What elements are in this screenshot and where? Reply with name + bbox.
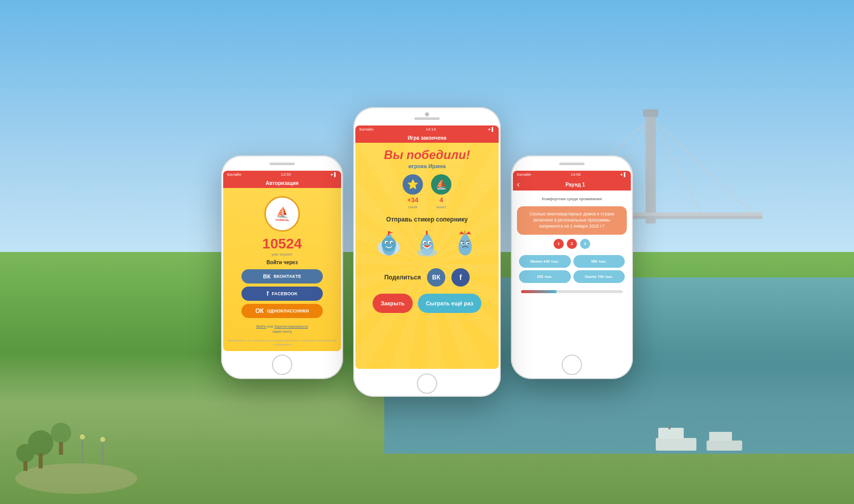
svg-point-26 [382, 237, 396, 251]
svg-point-42 [467, 243, 469, 244]
boat-icon: ⛵ [276, 206, 289, 218]
facebook-icon: f [266, 290, 268, 297]
carrier-right: Билайн [517, 172, 531, 177]
quiz-answers: Менее 440 тыс. 560 тыс. 393 тыс. Около 7… [517, 253, 627, 285]
svg-rect-46 [464, 231, 466, 235]
svg-point-41 [462, 243, 464, 244]
victory-player-text: игрока Ирина [408, 163, 446, 169]
points-label: очков [408, 205, 417, 209]
player-count: 10524 [262, 236, 302, 252]
vk-share-icon: ВК [432, 274, 440, 281]
legal-text: Авторизуясь, вы соглашаетесь с правилами… [227, 338, 337, 347]
sticker-angry[interactable] [449, 228, 482, 261]
ok-label: ОДНОКЛАССНИКИ [267, 308, 309, 313]
share-label: Поделиться [384, 274, 421, 281]
round-header: Раунд 1 [524, 182, 627, 187]
back-button[interactable]: ‹ [517, 180, 520, 189]
close-button[interactable]: Закрыть [373, 294, 413, 313]
register-link[interactable]: Зарегистрироваться [274, 325, 308, 328]
sticker-laugh[interactable] [411, 228, 444, 261]
phone-right-status-bar: Билайн 14:06 ● ▌ [513, 171, 631, 178]
phone-left-speaker [269, 163, 295, 165]
vk-label: ВКОНТАКТЕ [273, 274, 301, 279]
svg-marker-32 [389, 231, 393, 233]
or-text: или [267, 325, 273, 328]
phone-left: Билайн 13:55 ● ▌ Авторизация ⛵ ТЮМЕНЬ 10… [221, 155, 343, 379]
action-buttons: Закрыть Сыграть ещё раз [373, 294, 481, 313]
vk-icon: ВК [263, 273, 271, 279]
time-left: 13:55 [281, 172, 291, 177]
quiz-progress-fill [521, 290, 557, 293]
svg-point-35 [424, 242, 425, 244]
stickers-row [373, 228, 482, 261]
dot-2: 2 [567, 239, 577, 249]
quiz-category: Комфортная среда проживания [536, 195, 608, 203]
phones-container: Билайн 13:55 ● ▌ Авторизация ⛵ ТЮМЕНЬ 10… [0, 0, 854, 504]
auth-screen: ⛵ ТЮМЕНЬ 10524 уже играют Войти через ВК… [223, 188, 341, 351]
share-row: Поделиться ВК f [384, 268, 470, 287]
star-icon: ⭐ [403, 174, 423, 195]
phone-right: Билайн 14:06 ● ▌ ‹ Раунд 1 Комфортная ср… [511, 155, 633, 379]
phone-center: Билайн 14:14 ● ▌ Игра закончена Вы побед… [353, 107, 501, 397]
question-text: Сколько многоквартирных домов в стране в… [522, 211, 622, 230]
phone-center-header: Игра закончена [355, 133, 499, 143]
coins-stat: ⛵ 4 монет [431, 174, 451, 209]
phone-left-header: Авторизация [223, 178, 341, 188]
carrier-center: Билайн [359, 127, 374, 132]
phone-left-home-button[interactable] [272, 355, 292, 375]
svg-rect-38 [426, 231, 428, 235]
carrier-left: Билайн [227, 172, 241, 177]
ok-login-button[interactable]: ОК ОДНОКЛАССНИКИ [241, 304, 323, 318]
auth-logo: ⛵ ТЮМЕНЬ [264, 196, 300, 232]
phone-right-screen: Билайн 14:06 ● ▌ ‹ Раунд 1 Комфортная ср… [513, 171, 631, 351]
quiz-header: ‹ Раунд 1 [513, 178, 631, 191]
phone-center-status-bar: Билайн 14:14 ● ▌ [355, 125, 499, 133]
vk-login-button[interactable]: ВК ВКОНТАКТЕ [241, 269, 323, 284]
answer-2[interactable]: 560 тыс. [573, 255, 625, 268]
share-vk-button[interactable]: ВК [427, 268, 445, 287]
player-label: игрока [408, 163, 426, 169]
already-playing: уже играют [271, 252, 293, 257]
answer-1[interactable]: Менее 440 тыс. [519, 255, 571, 268]
quiz-dots: 1 2 3 [517, 238, 627, 250]
icons-right: ● ▌ [620, 172, 627, 177]
victory-content: Вы победили! игрока Ирина ⭐ +34 очков [359, 148, 495, 313]
phone-right-speaker [559, 163, 585, 165]
facebook-label: FACEBOOK [271, 291, 297, 296]
svg-point-37 [417, 248, 437, 257]
dot-1: 1 [554, 239, 564, 249]
svg-rect-31 [388, 231, 389, 235]
phone-center-speaker [414, 117, 440, 120]
sticker-happy[interactable] [373, 228, 406, 261]
auth-footer: Войти или Зарегистрироваться через почту [256, 324, 308, 334]
fb-share-icon: f [460, 273, 462, 281]
time-center: 14:14 [425, 127, 436, 132]
answer-4[interactable]: Около 740 тыс. [573, 270, 625, 283]
phone-center-screen: Билайн 14:14 ● ▌ Игра закончена Вы побед… [355, 125, 499, 369]
svg-point-36 [429, 242, 431, 244]
victory-screen: Вы победили! игрока Ирина ⭐ +34 очков [355, 143, 499, 369]
sticker-label: Отправь стикер сопернику [386, 216, 468, 223]
logo-text: ТЮМЕНЬ [275, 218, 289, 222]
coins-label: монет [436, 205, 446, 209]
points-stat: ⭐ +34 очков [403, 174, 423, 209]
player-name: Ирина [429, 163, 446, 169]
icons-left: ● ▌ [330, 172, 337, 177]
phone-left-status-bar: Билайн 13:55 ● ▌ [223, 171, 341, 178]
facebook-login-button[interactable]: f FACEBOOK [241, 287, 323, 301]
coins-value: 4 [439, 196, 443, 204]
victory-stats: ⭐ +34 очков ⛵ 4 монет [403, 174, 451, 209]
ok-icon: ОК [255, 307, 264, 314]
answer-3[interactable]: 393 тыс. [519, 270, 571, 283]
victory-title: Вы победили! [384, 148, 470, 162]
share-fb-button[interactable]: f [451, 268, 470, 287]
coins-boat-icon: ⛵ [431, 174, 451, 195]
icons-center: ● ▌ [488, 127, 495, 132]
play-again-button[interactable]: Сыграть ещё раз [418, 294, 481, 313]
login-link[interactable]: Войти [256, 325, 266, 328]
svg-point-29 [386, 242, 387, 244]
points-value: +34 [407, 196, 418, 204]
phone-center-home-button[interactable] [417, 373, 437, 394]
time-right: 14:06 [570, 172, 581, 177]
phone-right-home-button[interactable] [562, 355, 582, 375]
